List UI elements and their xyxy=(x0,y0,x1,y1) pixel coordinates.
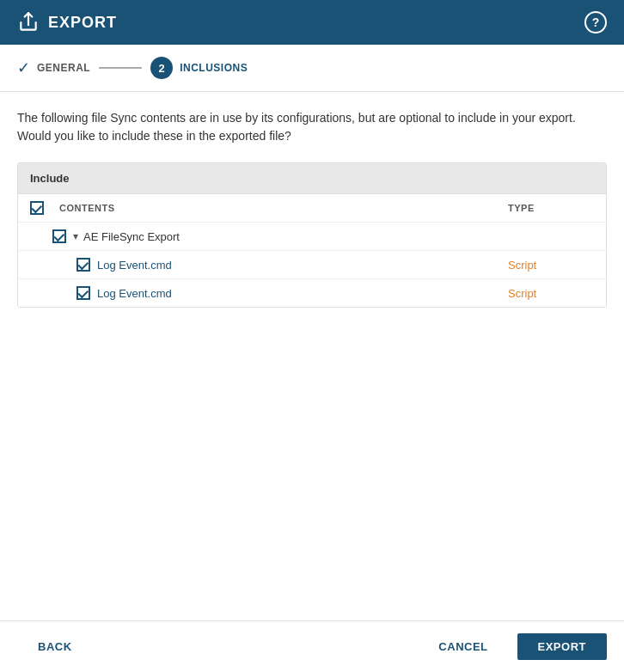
cancel-button[interactable]: CANCEL xyxy=(418,633,508,660)
help-icon[interactable]: ? xyxy=(584,11,607,34)
steps-bar: ✓ GENERAL 2 INCLUSIONS xyxy=(0,45,624,92)
row-type-child2: Script xyxy=(508,287,594,300)
table-header-label: Include xyxy=(30,172,70,185)
step-divider xyxy=(99,67,142,69)
row-name-parent: AE FileSync Export xyxy=(83,230,508,243)
row-name-child1: Log Event.cmd xyxy=(97,259,508,272)
table-row: ▾ AE FileSync Export xyxy=(18,222,606,250)
chevron-down-icon[interactable]: ▾ xyxy=(73,230,78,242)
footer-right: CANCEL EXPORT xyxy=(418,633,607,660)
export-button[interactable]: EXPORT xyxy=(517,633,607,660)
column-type-label: TYPE xyxy=(508,203,594,213)
step-general-label: GENERAL xyxy=(37,62,90,74)
row-checkbox-parent[interactable] xyxy=(52,229,66,243)
header-title: EXPORT xyxy=(48,14,117,32)
step-inclusions: 2 INCLUSIONS xyxy=(150,57,248,79)
column-contents-label: CONTENTS xyxy=(59,203,508,213)
table-column-headers: CONTENTS TYPE xyxy=(18,193,606,222)
header: EXPORT ? xyxy=(0,0,624,45)
table-section-header: Include xyxy=(18,163,606,193)
header-checkbox-container xyxy=(30,201,51,215)
row-name-child2: Log Event.cmd xyxy=(97,287,508,300)
step-inclusions-label: INCLUSIONS xyxy=(180,62,248,74)
row-checkbox-child1[interactable] xyxy=(76,258,90,272)
row-checkbox-child2[interactable] xyxy=(76,286,90,300)
header-left: EXPORT xyxy=(17,11,117,34)
description-text: The following file Sync contents are in … xyxy=(17,109,607,145)
footer: BACK CANCEL EXPORT xyxy=(0,620,624,672)
table-row: Log Event.cmd Script xyxy=(18,250,606,278)
step-general-check: ✓ xyxy=(17,58,30,77)
back-button[interactable]: BACK xyxy=(17,633,93,660)
main-content: The following file Sync contents are in … xyxy=(0,92,624,308)
table-row: Log Event.cmd Script xyxy=(18,278,606,307)
export-icon xyxy=(17,11,40,34)
select-all-checkbox[interactable] xyxy=(30,201,44,215)
step-general: ✓ GENERAL xyxy=(17,58,90,77)
row-type-child1: Script xyxy=(508,259,594,272)
step-inclusions-number: 2 xyxy=(150,57,173,79)
include-table: Include CONTENTS TYPE ▾ AE FileSync Expo… xyxy=(17,162,607,308)
